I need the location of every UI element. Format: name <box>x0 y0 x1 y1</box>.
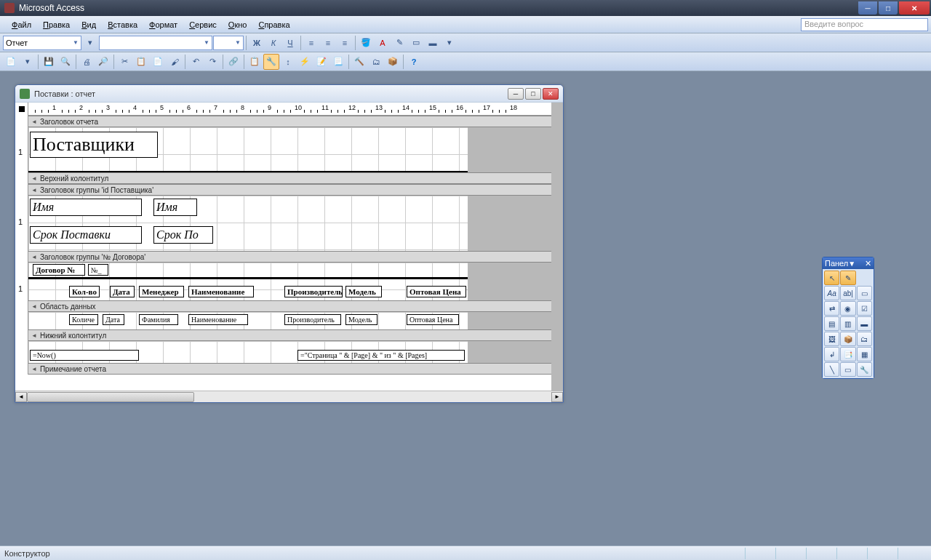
toolbox-button[interactable]: 🔧 <box>263 54 279 70</box>
tool-textbox[interactable]: ab| <box>840 286 855 300</box>
save-button[interactable]: 💾 <box>41 54 57 70</box>
tool-button[interactable]: ▬ <box>857 316 872 331</box>
col-qty[interactable]: Кол-во <box>69 286 100 297</box>
srok-label[interactable]: Срок Поставки <box>30 226 142 244</box>
select-all-corner[interactable] <box>15 103 28 116</box>
pages-field[interactable]: ="Страница " & [Page] & " из " & [Pages] <box>297 350 465 361</box>
more-button[interactable]: ▾ <box>441 35 457 51</box>
title-label[interactable]: Поставщики <box>30 132 158 158</box>
hyperlink-button[interactable]: 🔗 <box>225 54 241 70</box>
section-detail[interactable]: Область данных <box>28 300 563 312</box>
fieldlist-button[interactable]: 📋 <box>247 54 263 70</box>
vruler[interactable]: 1 <box>15 127 28 172</box>
properties-button[interactable]: 📃 <box>330 54 346 70</box>
menu-view[interactable]: Вид <box>76 18 102 31</box>
mdi-minimize[interactable]: ─ <box>508 88 524 100</box>
code-button[interactable]: 📝 <box>313 54 329 70</box>
srok-field[interactable]: Срок По <box>153 226 213 244</box>
tool-toggle[interactable]: ⇄ <box>824 301 839 316</box>
tool-combo[interactable]: ▤ <box>824 316 839 331</box>
vruler[interactable]: 1 <box>15 263 28 300</box>
build-button[interactable]: 🔨 <box>351 54 367 70</box>
horizontal-ruler[interactable]: 123456789101112131415161718 <box>28 103 563 115</box>
format-painter-button[interactable]: 🖌 <box>167 54 183 70</box>
bold-button[interactable]: Ж <box>249 35 265 51</box>
section-group1[interactable]: Заголовок группы 'id Поставщика' <box>28 184 563 196</box>
dogovor-field[interactable]: №_ <box>88 264 108 276</box>
tool-label[interactable]: Aa <box>824 286 839 300</box>
size-selector[interactable]: ▼ <box>213 36 244 50</box>
cut-button[interactable]: ✂ <box>116 54 132 70</box>
menu-tools[interactable]: Сервис <box>183 18 223 31</box>
fld-qty[interactable]: Количе <box>69 314 98 325</box>
section-report-header[interactable]: Заголовок отчета <box>28 116 563 127</box>
fld-date[interactable]: Дата <box>103 314 124 325</box>
maximize-button[interactable]: □ <box>879 1 898 15</box>
italic-button[interactable]: К <box>265 35 281 51</box>
dogovor-label[interactable]: Договор № <box>33 264 85 276</box>
toolbox-close-icon[interactable]: ✕ <box>865 259 871 268</box>
menu-window[interactable]: Окно <box>223 18 253 31</box>
line-color-button[interactable]: ✎ <box>391 35 407 51</box>
tool-image[interactable]: 🖼 <box>824 332 839 346</box>
close-button[interactable]: ✕ <box>899 1 930 15</box>
redo-button[interactable]: ↷ <box>204 54 220 70</box>
font-selector[interactable]: ▼ <box>99 36 212 50</box>
col-mgr[interactable]: Менеджер <box>139 286 184 297</box>
tool-tab[interactable]: 📑 <box>840 347 855 361</box>
section-group2[interactable]: Заголовок группы '№ Договора' <box>28 251 563 263</box>
object-selector[interactable]: Отчет▼ <box>3 36 81 50</box>
new-object-button[interactable]: 📦 <box>385 54 401 70</box>
fld-name[interactable]: Наименование <box>188 314 248 325</box>
menu-help[interactable]: Справка <box>252 18 295 31</box>
tool-group[interactable]: ▭ <box>857 286 872 300</box>
col-name[interactable]: Наименование <box>188 286 254 297</box>
name-field[interactable]: Имя <box>153 199 197 216</box>
menu-file[interactable]: Файл <box>6 18 37 31</box>
fill-color-button[interactable]: 🪣 <box>358 35 374 51</box>
print-button[interactable]: 🖨 <box>79 54 95 70</box>
border-button[interactable]: ▭ <box>408 35 424 51</box>
tool-list[interactable]: ▥ <box>840 316 855 331</box>
tool-line[interactable]: ╲ <box>824 362 839 377</box>
search-button[interactable]: 🔍 <box>57 54 73 70</box>
col-model[interactable]: Модель <box>345 286 382 297</box>
paste-button[interactable]: 📄 <box>150 54 166 70</box>
name-label[interactable]: Имя <box>30 199 142 216</box>
help-button[interactable]: ? <box>406 54 422 70</box>
section-page-header[interactable]: Верхний колонтитул <box>28 172 563 184</box>
tool-unbound[interactable]: 📦 <box>840 332 855 346</box>
report-titlebar[interactable]: Поставки : отчет ─ □ ✕ <box>15 85 563 103</box>
undo-button[interactable]: ↶ <box>188 54 204 70</box>
menu-edit[interactable]: Правка <box>37 18 76 31</box>
toolbox[interactable]: Панел ▼✕ ↖ ✎ Aa ab| ▭ ⇄ ◉ ☑ ▤ ▥ ▬ 🖼 📦 🗂 … <box>822 257 874 379</box>
menu-insert[interactable]: Вставка <box>102 18 143 31</box>
view-dd[interactable]: ▾ <box>20 54 36 70</box>
scroll-left[interactable]: ◄ <box>15 392 27 402</box>
autoformat-button[interactable]: ⚡ <box>297 54 313 70</box>
view-button[interactable]: 📄 <box>3 54 19 70</box>
col-prod[interactable]: Производитель <box>284 286 343 297</box>
vruler[interactable]: 1 <box>15 196 28 251</box>
hscroll[interactable]: ◄ ► <box>15 391 563 402</box>
copy-button[interactable]: 📋 <box>133 54 149 70</box>
tool-bound[interactable]: 🗂 <box>857 332 872 346</box>
underline-button[interactable]: Ч <box>282 35 298 51</box>
col-date[interactable]: Дата <box>110 286 135 297</box>
align-center-button[interactable]: ≡ <box>320 35 336 51</box>
fld-model[interactable]: Модель <box>345 314 377 325</box>
tool-check[interactable]: ☑ <box>857 301 872 316</box>
tool-pagebreak[interactable]: ↲ <box>824 347 839 361</box>
object-dd[interactable]: ▾ <box>82 35 98 51</box>
scroll-right[interactable]: ► <box>551 392 563 402</box>
tool-more[interactable]: 🔧 <box>857 362 872 377</box>
section-page-footer[interactable]: Нижний колонтитул <box>28 329 563 341</box>
col-price[interactable]: Оптовая Цена <box>407 286 466 297</box>
fld-fam[interactable]: Фамилия <box>139 314 178 325</box>
db-window-button[interactable]: 🗂 <box>368 54 384 70</box>
align-left-button[interactable]: ≡ <box>303 35 319 51</box>
fld-price[interactable]: Оптовая Цена <box>407 314 459 325</box>
tool-option[interactable]: ◉ <box>840 301 855 316</box>
toolbox-title[interactable]: Панел ▼✕ <box>823 257 874 269</box>
now-field[interactable]: =Now() <box>30 350 139 361</box>
